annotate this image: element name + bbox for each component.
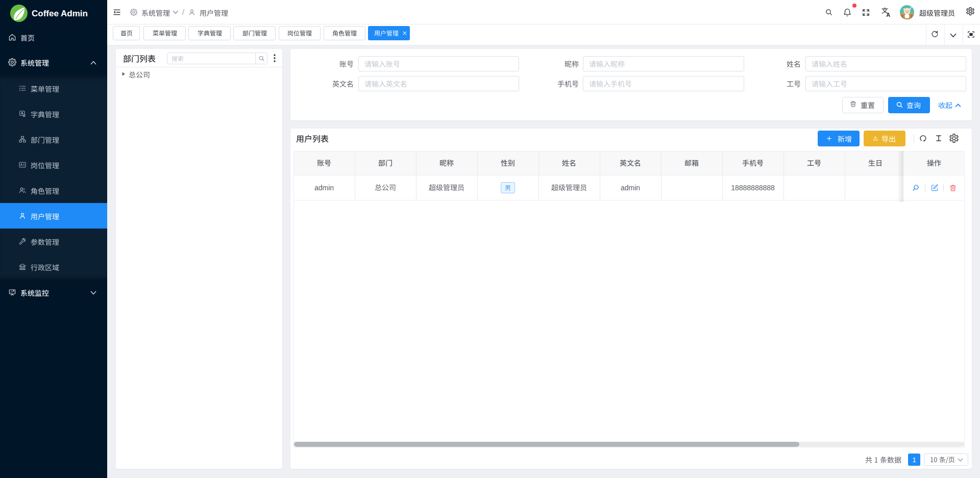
svg-text:A: A [886,12,890,17]
